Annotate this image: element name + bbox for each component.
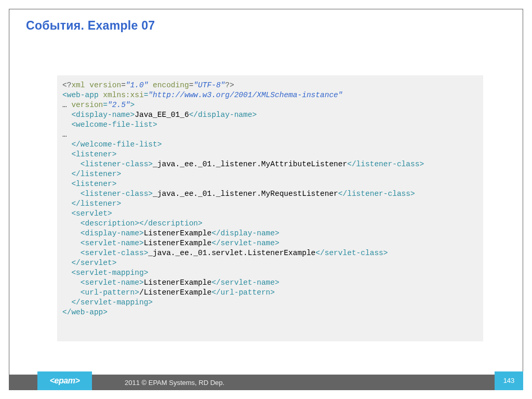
code-text: </servlet-name> <box>211 239 280 247</box>
code-text: <servlet-name> <box>62 239 144 247</box>
code-text: encoding <box>148 81 189 89</box>
code-text: "1.0" <box>126 81 149 89</box>
code-text: <listener> <box>62 150 116 158</box>
code-text: ?> <box>225 81 234 89</box>
code-text: <description></description> <box>62 219 203 228</box>
code-text: ListenerExample <box>144 278 212 287</box>
epam-logo: <epam> <box>37 371 92 390</box>
code-text: <? <box>62 81 71 89</box>
code-text: <welcome-file-list> <box>62 121 157 129</box>
code-text: </listener-class> <box>347 160 424 168</box>
code-text: "http://www.w3.org/2001/XMLSchema-instan… <box>148 91 342 99</box>
code-text: </listener> <box>62 200 121 208</box>
code-text: </servlet-mapping> <box>62 298 153 307</box>
code-text: Java_EE_01_6 <box>135 111 189 119</box>
code-text: _java._ee._01.servlet.ListenerExample <box>148 249 315 257</box>
footer-copyright: 2011 © EPAM Systems, RD Dep. <box>125 379 224 387</box>
code-text: </servlet-class> <box>315 249 388 257</box>
code-text: … <box>62 130 67 139</box>
code-text: </web-app> <box>62 308 108 316</box>
code-text: <listener-class> <box>62 190 153 198</box>
code-text: </servlet> <box>62 259 116 267</box>
code-text: _java._ee._01._listener.MyAttributeListe… <box>153 160 347 168</box>
code-text: </display-name> <box>211 229 280 237</box>
code-text: <web-app <box>62 91 99 99</box>
code-text: </listener> <box>62 170 121 178</box>
code-text: <servlet-mapping> <box>62 269 148 277</box>
code-block: <?xml version="1.0" encoding="UTF-8"?> <… <box>57 75 483 341</box>
code-text: = <box>121 81 126 89</box>
code-text: <servlet-name> <box>62 278 144 287</box>
code-text: <listener> <box>62 180 116 188</box>
code-text: </url-pattern> <box>211 288 275 297</box>
code-text: "2.5" <box>108 101 130 109</box>
code-text: ListenerExample <box>144 229 212 237</box>
slide: События. Example 07 <?xml version="1.0" … <box>0 0 532 399</box>
code-text: xmlns:xsi <box>99 91 144 99</box>
code-text: <display-name> <box>62 229 144 237</box>
code-text: </servlet-name> <box>211 278 280 287</box>
code-text: <servlet-class> <box>62 249 148 257</box>
code-text: <listener-class> <box>62 160 153 168</box>
code-text: </display-name> <box>189 111 257 119</box>
page-number: 143 <box>495 371 523 390</box>
code-text: … <box>62 101 67 109</box>
code-text: = <box>103 101 108 109</box>
code-text: > <box>130 101 135 109</box>
code-text: </listener-class> <box>338 190 415 198</box>
code-text: "UTF-8" <box>193 81 225 89</box>
code-text: <url-pattern> <box>62 288 139 297</box>
code-text: ListenerExample <box>144 239 212 247</box>
slide-title: События. Example 07 <box>26 19 155 33</box>
code-text: _java._ee._01._listener.MyRequestListene… <box>153 190 338 198</box>
code-text: <display-name> <box>62 111 135 119</box>
code-text: /ListenerExample <box>139 288 211 297</box>
code-text: </welcome-file-list> <box>62 140 162 149</box>
code-text: xml version <box>71 81 121 89</box>
code-text: <servlet> <box>62 209 112 218</box>
code-text: version <box>67 101 103 109</box>
